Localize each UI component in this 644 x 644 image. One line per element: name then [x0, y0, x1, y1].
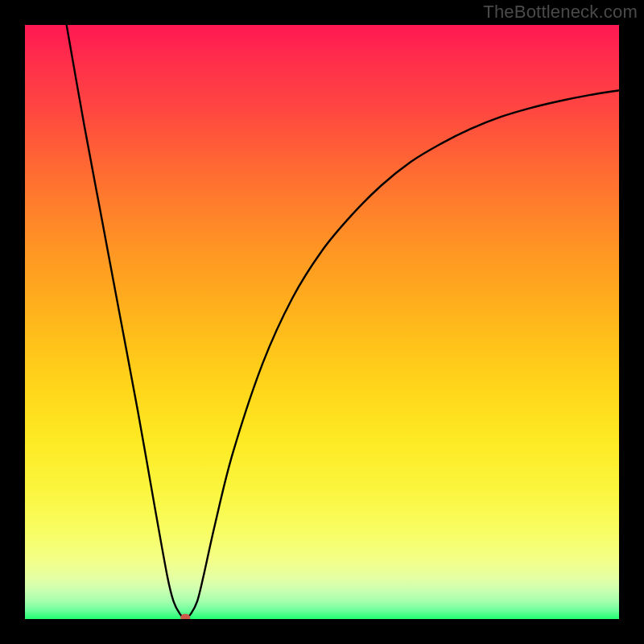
minimum-marker [180, 614, 190, 620]
attribution-text: TheBottleneck.com [483, 2, 638, 23]
curve-path [67, 25, 619, 619]
bottleneck-curve [25, 25, 619, 619]
chart-frame: TheBottleneck.com [0, 0, 644, 644]
plot-area [25, 25, 619, 619]
